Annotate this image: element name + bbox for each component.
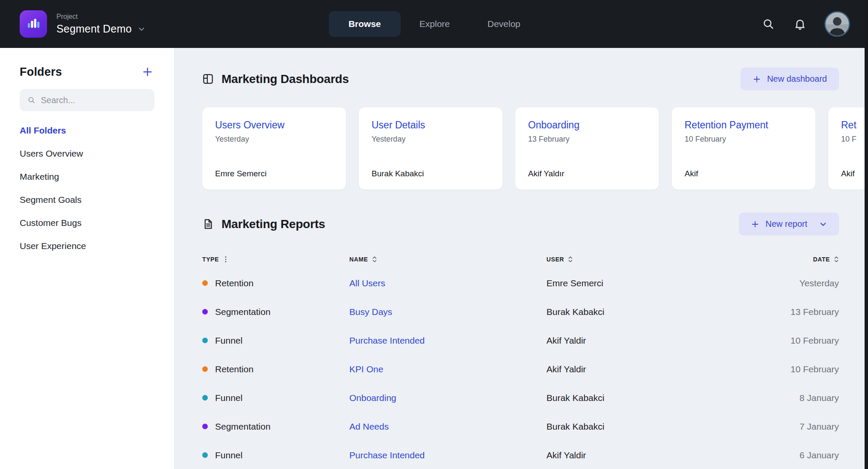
app-logo xyxy=(20,10,47,38)
dashboard-card-date: 10 February xyxy=(685,135,803,144)
sidebar-folder-item[interactable]: Customer Bugs xyxy=(20,211,154,234)
window-edge-strip xyxy=(865,0,868,469)
dashboard-card-title: User Details xyxy=(372,119,490,131)
report-name-link[interactable]: Purchase Intended xyxy=(349,335,546,346)
report-type-cell: Funnel xyxy=(202,335,349,346)
plus-icon xyxy=(142,66,153,77)
search-button[interactable] xyxy=(761,17,776,31)
report-row: Segmentation Ad Needs Burak Kabakci 7 Ja… xyxy=(202,412,839,441)
bar-chart-icon xyxy=(26,16,41,32)
column-header-date[interactable]: DATE xyxy=(752,255,839,263)
report-type-dot xyxy=(202,366,208,372)
report-name-link[interactable]: KPI One xyxy=(349,364,546,374)
avatar-photo xyxy=(826,12,849,36)
report-row: Funnel Onboarding Burak Kabakci 8 Januar… xyxy=(202,383,839,412)
report-type-cell: Segmentation xyxy=(202,422,349,432)
report-type-cell: Funnel xyxy=(202,393,349,403)
sidebar-folder-item[interactable]: Users Overview xyxy=(20,142,154,165)
dashboard-card[interactable]: Ret 10 F Akif xyxy=(828,107,868,190)
dashboard-card[interactable]: Retention Payment 10 February Akif xyxy=(672,107,815,190)
project-name: Segment Demo xyxy=(56,23,132,35)
dashboard-card-date: 13 February xyxy=(528,135,646,144)
dashboards-section: Marketing Dashboards New dashboard Users… xyxy=(202,68,839,190)
notifications-button[interactable] xyxy=(793,17,807,31)
folder-list: All Folders Users Overview Marketing Seg… xyxy=(20,119,154,258)
dashboard-cards: Users Overview Yesterday Emre Semerci Us… xyxy=(202,107,839,190)
bell-icon xyxy=(794,18,806,30)
report-name-link[interactable]: Onboarding xyxy=(349,393,546,403)
report-type-label: Funnel xyxy=(215,335,242,346)
report-user: Akif Yaldir xyxy=(546,450,752,460)
column-header-type[interactable]: TYPE xyxy=(202,255,349,263)
new-report-button[interactable]: New report xyxy=(739,213,839,235)
report-type-cell: Retention xyxy=(202,278,349,288)
report-row: Funnel Purchase Intended Akif Yaldir 6 J… xyxy=(202,441,839,469)
report-user: Akif Yaldir xyxy=(546,364,752,374)
report-user: Emre Semerci xyxy=(546,278,752,288)
column-header-name[interactable]: NAME xyxy=(349,255,546,263)
layout-grid-icon xyxy=(202,73,214,85)
folder-search-input[interactable] xyxy=(41,95,147,105)
report-date: 8 January xyxy=(752,393,839,403)
report-type-label: Funnel xyxy=(215,450,242,460)
sidebar-folder-item[interactable]: All Folders xyxy=(20,119,154,142)
project-selector[interactable]: Project Segment Demo xyxy=(20,10,145,38)
sort-arrows-icon xyxy=(834,255,839,263)
new-dashboard-button[interactable]: New dashboard xyxy=(741,68,839,90)
report-row: Funnel Purchase Intended Akif Yaldir 10 … xyxy=(202,326,839,355)
new-report-label: New report xyxy=(765,219,807,229)
report-date: 13 February xyxy=(752,307,839,317)
report-type-dot xyxy=(202,395,208,401)
sort-arrows-icon xyxy=(568,255,573,263)
dashboard-card-date: Yesterday xyxy=(215,135,333,144)
dashboard-card[interactable]: Onboarding 13 February Akif Yaldır xyxy=(515,107,659,190)
report-date: 7 January xyxy=(752,422,839,432)
report-user: Burak Kabakci xyxy=(546,393,752,403)
new-dashboard-label: New dashboard xyxy=(767,74,827,84)
top-nav: Project Segment Demo Browse Explore Deve… xyxy=(0,0,868,48)
sidebar-title: Folders xyxy=(20,65,62,79)
report-type-dot xyxy=(202,309,208,315)
report-name-link[interactable]: Busy Days xyxy=(349,307,546,317)
kebab-dots-icon xyxy=(223,255,229,263)
plus-icon xyxy=(753,75,761,83)
search-icon xyxy=(762,18,775,30)
reports-section: Marketing Reports New report TYPE xyxy=(202,213,839,469)
column-header-user[interactable]: USER xyxy=(546,255,752,263)
file-text-icon xyxy=(202,218,214,230)
report-name-link[interactable]: Ad Needs xyxy=(349,422,546,432)
project-label: Project xyxy=(56,13,145,21)
report-row: Retention KPI One Akif Yaldir 10 Februar… xyxy=(202,355,839,383)
sidebar-folder-item[interactable]: Segment Goals xyxy=(20,188,154,211)
add-folder-button[interactable] xyxy=(141,65,154,79)
sidebar-folder-item[interactable]: Marketing xyxy=(20,165,154,188)
nav-tab[interactable]: Explore xyxy=(401,19,469,29)
user-avatar[interactable] xyxy=(824,11,850,37)
report-name-link[interactable]: All Users xyxy=(349,278,546,288)
dashboard-card[interactable]: Users Overview Yesterday Emre Semerci xyxy=(202,107,346,190)
report-type-cell: Retention xyxy=(202,364,349,374)
report-type-cell: Segmentation xyxy=(202,307,349,317)
sort-arrows-icon xyxy=(372,255,377,263)
report-row: Retention All Users Emre Semerci Yesterd… xyxy=(202,269,839,297)
nav-tab[interactable]: Browse xyxy=(329,11,401,37)
dashboards-title: Marketing Dashboards xyxy=(221,72,349,86)
report-type-dot xyxy=(202,338,208,343)
folder-search xyxy=(20,89,154,111)
report-name-link[interactable]: Purchase Intended xyxy=(349,450,546,460)
report-type-label: Funnel xyxy=(215,393,242,403)
dashboard-card[interactable]: User Details Yesterday Burak Kabakci xyxy=(359,107,502,190)
dashboard-card-date: Yesterday xyxy=(372,135,490,144)
dashboard-card-title: Retention Payment xyxy=(685,119,803,131)
dashboard-card-author: Burak Kabakci xyxy=(372,169,490,178)
nav-tab[interactable]: Develop xyxy=(469,19,539,29)
chevron-down-icon xyxy=(138,25,145,33)
chevron-down-icon xyxy=(819,220,827,228)
report-user: Burak Kabakci xyxy=(546,307,752,317)
dashboard-card-date: 10 F xyxy=(841,135,868,144)
plus-icon xyxy=(751,220,759,229)
search-icon xyxy=(27,95,36,105)
report-row: Segmentation Busy Days Burak Kabakci 13 … xyxy=(202,297,839,326)
report-user: Burak Kabakci xyxy=(546,422,752,432)
sidebar-folder-item[interactable]: User Experience xyxy=(20,234,154,258)
